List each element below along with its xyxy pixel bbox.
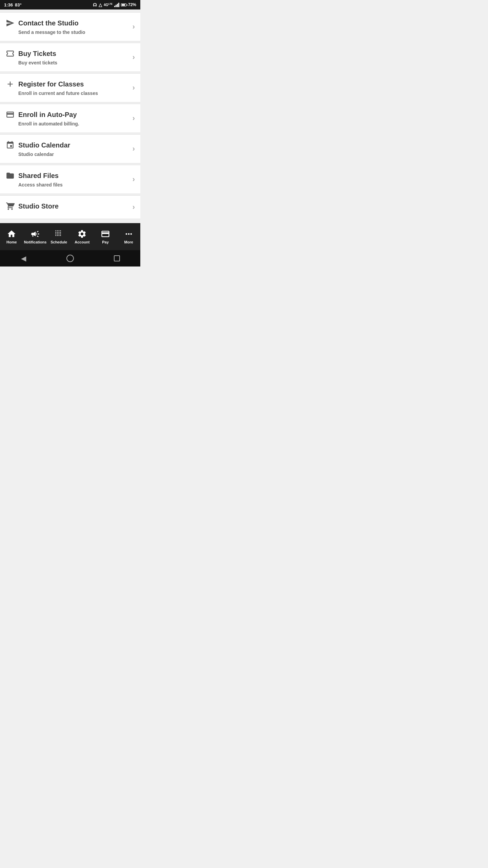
menu-item-title-text-shared-files: Shared Files [18,172,59,180]
menu-item-title-buy-tickets: Buy Tickets [5,49,133,58]
chevron-icon-studio-calendar: › [133,144,135,153]
menu-item-contact-studio[interactable]: Contact the StudioSend a message to the … [0,12,140,41]
calendar-icon [5,141,15,150]
menu-item-subtitle-contact-studio: Send a message to the studio [18,29,133,35]
plus-icon [5,80,15,88]
wifi-icon: △ [99,2,102,7]
nav-label-notifications: Notifications [24,240,47,244]
recents-button[interactable] [112,254,122,263]
menu-item-left-studio-store: Studio Store [5,202,133,213]
nav-item-pay[interactable]: Pay [94,223,117,250]
menu-item-left-auto-pay: Enroll in Auto-PayEnroll in automated bi… [5,110,133,126]
menu-item-left-shared-files: Shared FilesAccess shared files [5,171,133,188]
svg-point-0 [83,235,85,236]
menu-item-title-studio-store: Studio Store [5,202,133,211]
menu-item-left-studio-calendar: Studio CalendarStudio calendar [5,141,133,157]
menu-item-left-buy-tickets: Buy TicketsBuy event tickets [5,49,133,65]
home-icon [7,229,16,239]
more-icon [124,229,134,239]
menu-item-studio-calendar[interactable]: Studio CalendarStudio calendar› [0,134,140,163]
menu-item-left-contact-studio: Contact the StudioSend a message to the … [5,19,133,35]
menu-item-title-contact-studio: Contact the Studio [5,19,133,27]
ticket-icon [5,49,15,58]
menu-item-shared-files[interactable]: Shared FilesAccess shared files› [0,165,140,194]
main-content: Contact the StudioSend a message to the … [0,9,140,223]
paper-plane-icon [5,19,15,27]
menu-item-subtitle-studio-calendar: Studio calendar [18,152,133,157]
nav-item-account[interactable]: Account [70,223,94,250]
menu-item-register-classes[interactable]: Register for ClassesEnroll in current an… [0,73,140,102]
nav-label-schedule: Schedule [50,240,67,244]
menu-item-title-register-classes: Register for Classes [5,80,133,88]
time-display: 1:36 [4,2,13,7]
nav-item-notifications[interactable]: Notifications [23,223,47,250]
card-icon [5,110,15,119]
nav-item-schedule[interactable]: Schedule [47,223,70,250]
bottom-nav: Home Notifications Schedule Account Pay [0,223,140,250]
bluetooth-icon: ☊ [93,2,97,7]
menu-item-title-text-buy-tickets: Buy Tickets [18,50,56,58]
menu-item-subtitle-register-classes: Enroll in current and future classes [18,91,133,96]
nav-label-more: More [124,240,133,244]
back-button[interactable]: ◀ [19,254,28,263]
menu-item-title-text-register-classes: Register for Classes [18,80,84,88]
menu-item-buy-tickets[interactable]: Buy TicketsBuy event tickets› [0,43,140,72]
chevron-icon-register-classes: › [133,83,135,92]
menu-item-title-text-studio-calendar: Studio Calendar [18,141,70,149]
nav-label-pay: Pay [102,240,109,244]
status-left: 1:36 83° [4,2,22,7]
signal-bars [114,2,119,7]
battery-icon [121,3,126,6]
menu-item-studio-store[interactable]: Studio Store› [0,195,140,219]
folder-icon [5,171,15,180]
menu-item-subtitle-auto-pay: Enroll in automated billing. [18,121,133,126]
menu-item-title-shared-files: Shared Files [5,171,133,180]
chevron-icon-buy-tickets: › [133,53,135,62]
menu-item-subtitle-buy-tickets: Buy event tickets [18,60,133,65]
account-icon [77,229,87,239]
battery-percentage: 72% [128,2,136,7]
menu-item-title-studio-calendar: Studio Calendar [5,141,133,150]
temperature-display: 83° [15,2,22,7]
system-nav-bar: ◀ [0,250,140,267]
schedule-icon [54,229,64,239]
chevron-icon-shared-files: › [133,175,135,184]
nav-item-more[interactable]: More [117,223,140,250]
menu-list: Contact the StudioSend a message to the … [0,12,140,219]
status-bar: 1:36 83° ☊ △ 4GLTE 72% [0,0,140,9]
menu-item-auto-pay[interactable]: Enroll in Auto-PayEnroll in automated bi… [0,104,140,133]
menu-item-title-text-contact-studio: Contact the Studio [18,19,79,27]
pay-icon [101,229,110,239]
nav-item-home[interactable]: Home [0,223,23,250]
4g-icon: 4GLTE [104,3,113,7]
chevron-icon-auto-pay: › [133,114,135,123]
nav-label-account: Account [75,240,89,244]
nav-label-home: Home [6,240,17,244]
status-right: ☊ △ 4GLTE 72% [93,2,136,7]
home-button[interactable] [65,254,75,263]
menu-item-title-text-studio-store: Studio Store [18,202,59,210]
megaphone-icon [30,229,40,239]
chevron-icon-studio-store: › [133,203,135,212]
menu-item-title-text-auto-pay: Enroll in Auto-Pay [18,111,77,119]
chevron-icon-contact-studio: › [133,22,135,31]
menu-item-left-register-classes: Register for ClassesEnroll in current an… [5,80,133,96]
cart-icon [5,202,15,211]
menu-item-title-auto-pay: Enroll in Auto-Pay [5,110,133,119]
menu-item-subtitle-shared-files: Access shared files [18,182,133,188]
